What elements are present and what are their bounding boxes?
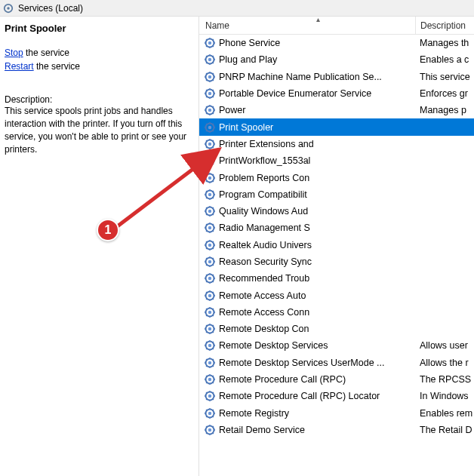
svg-point-143 <box>208 277 211 280</box>
svg-point-83 <box>208 176 211 179</box>
service-gear-icon <box>204 54 216 66</box>
service-row[interactable]: Reason Security Sync <box>199 253 474 270</box>
service-name-cell: Print Spooler <box>199 121 415 134</box>
column-header-description[interactable]: Description <box>415 17 474 34</box>
service-row[interactable]: Remote Desktop Services UserMode ...Allo… <box>199 355 474 371</box>
service-name-text: Reason Security Sync <box>219 256 312 267</box>
service-name-text: Program Compatibilit <box>219 189 307 200</box>
service-row[interactable]: Plug and PlayEnables a c <box>199 51 474 68</box>
service-row[interactable]: PowerManages p <box>199 102 474 118</box>
restart-action-row: Restart the service <box>5 60 192 73</box>
service-row[interactable]: Remote Procedure Call (RPC) LocatorIn Wi… <box>199 388 474 404</box>
title-text: Services (Local) <box>18 3 83 14</box>
restart-link[interactable]: Restart <box>5 61 34 72</box>
service-row[interactable]: Remote Procedure Call (RPC)The RPCSS <box>199 371 474 388</box>
service-gear-icon <box>204 306 216 318</box>
services-icon <box>3 3 14 14</box>
service-name-text: PNRP Machine Name Publication Se... <box>219 72 382 82</box>
service-name-cell: Reason Security Sync <box>199 256 415 268</box>
service-gear-icon <box>204 155 216 167</box>
restart-suffix: the service <box>34 61 80 72</box>
svg-point-173 <box>208 327 211 330</box>
title-bar: Services (Local) <box>0 0 474 17</box>
service-row[interactable]: Recommended Troub <box>199 270 474 287</box>
service-row[interactable]: Remote Access Auto <box>199 287 474 303</box>
service-gear-icon <box>204 357 216 369</box>
service-gear-icon <box>204 121 216 134</box>
service-name-text: PrintWorkflow_1553al <box>219 155 310 166</box>
service-name-text: Printer Extensions and <box>219 139 314 149</box>
service-gear-icon <box>204 88 216 100</box>
service-gear-icon <box>204 37 216 49</box>
svg-point-163 <box>208 311 211 314</box>
service-gear-icon <box>204 138 216 150</box>
svg-point-3 <box>208 41 211 45</box>
column-header-name[interactable]: Name <box>199 20 415 31</box>
service-name-cell: PrintWorkflow_1553al <box>199 155 415 167</box>
service-row[interactable]: Remote Desktop ServicesAllows user <box>199 337 474 354</box>
service-row[interactable]: Print Spooler <box>199 118 474 135</box>
svg-point-183 <box>208 344 211 347</box>
service-name-text: Power <box>219 105 245 115</box>
svg-point-1 <box>7 7 10 10</box>
service-row[interactable]: Remote Access Conn <box>199 304 474 321</box>
svg-point-133 <box>208 260 211 263</box>
service-gear-icon <box>204 205 216 217</box>
service-desc-cell: Enables rem <box>415 408 474 419</box>
service-name-cell: Realtek Audio Univers <box>199 239 415 251</box>
service-row[interactable]: Program Compatibilit <box>199 186 474 203</box>
services-list[interactable]: Phone ServiceManages thPlug and PlayEnab… <box>199 35 474 438</box>
service-name-cell: Portable Device Enumerator Service <box>199 88 415 100</box>
service-row[interactable]: Retail Demo ServiceThe Retail D <box>199 422 474 438</box>
service-row[interactable]: Problem Reports Con <box>199 169 474 186</box>
service-name-cell: Remote Desktop Con <box>199 323 415 335</box>
service-gear-icon <box>204 373 216 385</box>
service-gear-icon <box>204 71 216 83</box>
service-row[interactable]: PNRP Machine Name Publication Se...This … <box>199 69 474 85</box>
svg-point-33 <box>208 92 211 95</box>
service-name-cell: Program Compatibilit <box>199 189 415 201</box>
selected-service-name: Print Spooler <box>5 23 192 34</box>
main-area: Print Spooler Stop the service Restart t… <box>0 17 474 476</box>
service-name-text: Remote Access Auto <box>219 290 306 301</box>
svg-point-13 <box>208 58 211 61</box>
column-headers[interactable]: ▴ Name Description <box>199 17 474 35</box>
service-name-text: Print Spooler <box>219 122 273 133</box>
service-row[interactable]: Portable Device Enumerator ServiceEnforc… <box>199 85 474 102</box>
service-row[interactable]: Radio Management S <box>199 220 474 236</box>
stop-link[interactable]: Stop <box>5 48 23 58</box>
annotation-badge: 1 <box>97 219 119 241</box>
service-name-cell: Quality Windows Aud <box>199 205 415 217</box>
description-label: Description: <box>5 94 192 105</box>
service-name-text: Remote Desktop Services <box>219 340 328 351</box>
service-row[interactable]: Remote Desktop Con <box>199 321 474 337</box>
stop-suffix: the service <box>23 48 69 58</box>
service-name-text: Remote Procedure Call (RPC) <box>219 374 346 385</box>
svg-point-123 <box>208 244 211 247</box>
service-name-cell: Radio Management S <box>199 222 415 234</box>
service-name-cell: Remote Procedure Call (RPC) <box>199 373 415 385</box>
service-row[interactable]: Printer Extensions and <box>199 136 474 152</box>
stop-action-row: Stop the service <box>5 46 192 60</box>
service-name-cell: Remote Registry <box>199 407 415 419</box>
service-row[interactable]: Quality Windows Aud <box>199 203 474 220</box>
svg-point-233 <box>208 428 211 431</box>
service-row[interactable]: Remote RegistryEnables rem <box>199 405 474 422</box>
service-gear-icon <box>204 222 216 234</box>
service-name-text: Quality Windows Aud <box>219 206 308 217</box>
service-row[interactable]: Realtek Audio Univers <box>199 237 474 253</box>
service-name-text: Remote Procedure Call (RPC) Locator <box>219 391 380 401</box>
service-name-cell: Phone Service <box>199 37 415 49</box>
service-desc-cell: The RPCSS <box>415 374 474 385</box>
service-gear-icon <box>204 256 216 268</box>
service-desc-cell: Enforces gr <box>415 88 474 99</box>
service-gear-icon <box>204 390 216 402</box>
service-name-text: Recommended Troub <box>219 273 309 284</box>
svg-point-213 <box>208 395 211 398</box>
svg-point-193 <box>208 361 211 364</box>
service-row[interactable]: Phone ServiceManages th <box>199 35 474 51</box>
service-name-cell: Remote Procedure Call (RPC) Locator <box>199 390 415 402</box>
svg-point-103 <box>208 210 211 213</box>
service-desc-cell: Allows the r <box>415 358 474 368</box>
service-row[interactable]: PrintWorkflow_1553al <box>199 152 474 169</box>
